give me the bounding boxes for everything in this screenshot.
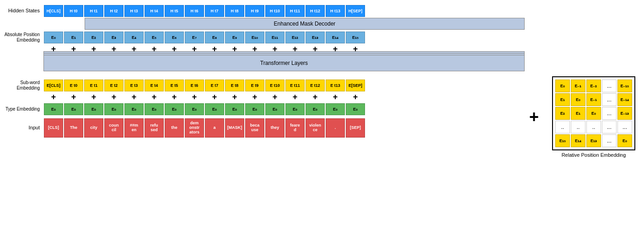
embedding-box: H t8: [225, 5, 244, 17]
embedding-box: E₀: [104, 103, 123, 115]
rpe-cell: ...: [602, 80, 617, 92]
input-token: refused: [145, 118, 164, 138]
subword-label: Sub-word Embedding: [2, 80, 43, 91]
abs-pos-row: Absolute Position Embedding E₀E₁E₂E₃E₄E₅…: [2, 31, 525, 44]
right-section: E₀E₋₁E₋₂...E₋₁₅E₁E₀E₋₁...E₋₁₄E₂E₁E₀...E₋…: [548, 5, 639, 229]
rpe-cell: E₁₄: [571, 134, 585, 147]
input-token: violence: [306, 118, 325, 138]
input-token: they: [265, 118, 284, 138]
embedding-box: H t9: [245, 5, 264, 17]
plus-sign: +: [124, 92, 144, 102]
rpe-cell: ..: [555, 121, 570, 133]
rpe-cell: E₀: [555, 80, 570, 92]
embedding-box: H[CLS]: [44, 5, 63, 17]
hidden-states-label: Hidden States: [2, 8, 43, 14]
embedding-box: H t3: [124, 5, 144, 17]
rpe-cell: E₋₁₄: [617, 93, 632, 106]
main-container: Hidden States H[CLS]H t0H t1H t2H t3H t4…: [0, 0, 644, 234]
embedding-box: E t4: [145, 80, 164, 91]
embedding-box: H t6: [185, 5, 204, 17]
embedding-box: E t8: [225, 80, 244, 91]
embedding-box: E₀: [346, 103, 365, 115]
emd-row: Enhanced Mask Decoder: [2, 18, 525, 31]
embedding-box: H t12: [306, 5, 325, 17]
hidden-states-row: Hidden States H[CLS]H t0H t1H t2H t3H t4…: [2, 5, 525, 17]
embedding-box: H t2: [104, 5, 123, 17]
type-emb-content: E₀E₀E₀E₀E₀E₀E₀E₀E₀E₀E₀E₀E₀E₀E₀E₀: [43, 103, 525, 116]
embedding-box: H t13: [326, 5, 345, 17]
embedding-box: E₁₀: [245, 32, 264, 43]
emd-bar: Enhanced Mask Decoder: [85, 18, 525, 30]
input-token: ##men: [124, 118, 144, 138]
embedding-box: E₈: [205, 32, 224, 43]
input-token: [CLS]: [44, 118, 63, 138]
plus-sign: +: [245, 92, 265, 102]
embedding-box: E₀: [185, 103, 204, 115]
embedding-box: E[SEP]: [346, 80, 365, 91]
input-row: Input [CLS]Thecitycouncil##menrefusedthe…: [2, 118, 525, 138]
plus-row-2: ++++++++++++++++: [43, 92, 525, 102]
input-token: council: [104, 118, 123, 138]
embedding-box: E₁₃: [306, 32, 325, 43]
embedding-box: E₀: [205, 103, 224, 115]
input-token: the: [165, 118, 184, 138]
embedding-box: E[CLS]: [44, 80, 63, 91]
rpe-cell: E₀: [571, 93, 585, 106]
embedding-box: E₃: [104, 32, 123, 43]
embedding-box: E₀: [225, 103, 244, 115]
rpe-row: ............: [555, 120, 633, 134]
plus-sign: +: [325, 92, 345, 102]
input-token: [SEP]: [346, 118, 365, 138]
subword-content: E[CLS]E t0E t1E t2E t3E t4E t5E t6E t7E …: [43, 79, 525, 92]
embedding-box: E₅: [145, 32, 164, 43]
embedding-box: E₀: [306, 103, 325, 115]
input-content: [CLS]Thecitycouncil##menrefusedthedemons…: [43, 118, 525, 138]
embedding-box: E t1: [84, 80, 103, 91]
rpe-cell: E₋₁₃: [617, 107, 632, 120]
plus-sign: +: [104, 92, 124, 102]
rpe-matrix: E₀E₋₁E₋₂...E₋₁₅E₁E₀E₋₁...E₋₁₄E₂E₁E₀...E₋…: [552, 76, 635, 150]
embedding-box: E₂: [84, 32, 103, 43]
plus-sign: +: [64, 92, 84, 102]
input-token: The: [64, 118, 83, 138]
subword-row: Sub-word Embedding E[CLS]E t0E t1E t2E t…: [2, 79, 525, 92]
rpe-cell: E₁₃: [586, 134, 601, 147]
input-token: feared: [285, 118, 305, 138]
embedding-box: E₀: [145, 103, 164, 115]
plus-sign: +: [305, 92, 325, 102]
embedding-box: E t12: [306, 80, 325, 91]
embedding-box: E₁₁: [265, 32, 284, 43]
rpe-row: E₁E₀E₋₁...E₋₁₄: [555, 93, 633, 106]
transformer-row: Transformer Layers: [2, 55, 525, 79]
rpe-label: Relative Position Embedding: [562, 152, 626, 158]
plus-sign: +: [184, 92, 204, 102]
rpe-cell: ...: [602, 134, 617, 147]
embedding-box: E t5: [165, 80, 184, 91]
plus-sign: +: [285, 92, 305, 102]
rpe-cell: E₂: [555, 107, 570, 120]
input-token: demonstrators: [185, 118, 204, 138]
plus-sign: +: [265, 92, 285, 102]
rpe-cell: ..: [571, 121, 585, 133]
plus-sign: +: [84, 92, 104, 102]
embedding-box: E₀: [124, 103, 144, 115]
rpe-cell: ...: [617, 121, 632, 133]
rpe-cell: ...: [602, 107, 617, 120]
embedding-box: E t7: [205, 80, 224, 91]
embedding-box: H t1: [84, 5, 103, 17]
embedding-box: E₀: [265, 103, 284, 115]
embedding-box: E₀: [326, 103, 345, 115]
abs-pos-content: E₀E₁E₂E₃E₄E₅E₆E₇E₈E₉E₁₀E₁₁E₁₂E₁₃E₁₄E₁₅: [43, 31, 525, 44]
plus-sign: +: [345, 92, 365, 102]
big-plus-sign: +: [529, 107, 539, 127]
embedding-box: E₀: [165, 103, 184, 115]
embedding-box: E t9: [245, 80, 264, 91]
left-section: Hidden States H[CLS]H t0H t1H t2H t3H t4…: [2, 5, 525, 229]
rpe-cell: E₁₅: [555, 134, 570, 147]
plus-sign: +: [204, 92, 225, 102]
hidden-states-content: H[CLS]H t0H t1H t2H t3H t4H t5H t6H t7H …: [43, 5, 525, 17]
embedding-box: E t6: [185, 80, 204, 91]
rpe-cell: ...: [602, 93, 617, 106]
embedding-box: E₀: [64, 103, 83, 115]
rpe-cell: E₋₂: [586, 80, 601, 92]
